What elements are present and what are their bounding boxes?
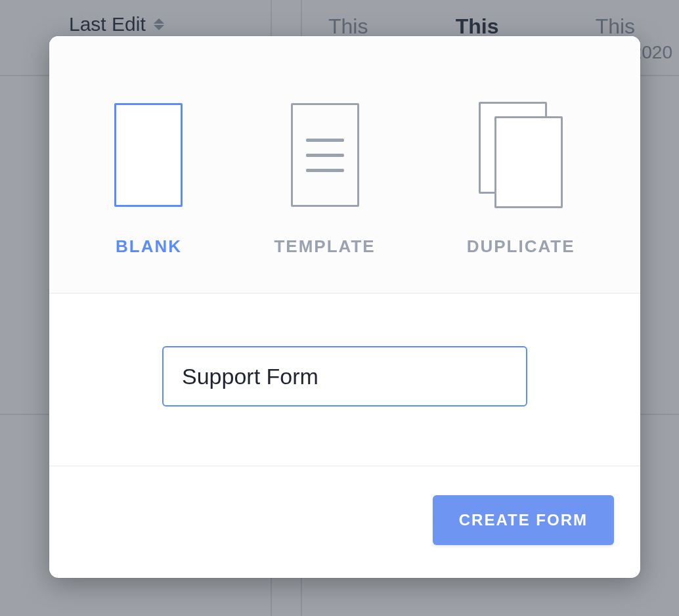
- option-duplicate-label: DUPLICATE: [467, 236, 575, 257]
- blank-icon: [114, 103, 183, 207]
- form-name-input[interactable]: [162, 346, 527, 407]
- option-template[interactable]: TEMPLATE: [274, 103, 375, 257]
- create-form-modal: BLANK TEMPLATE DUPLICATE CREATE FORM: [49, 36, 640, 578]
- option-blank-label: BLANK: [116, 236, 182, 257]
- modal-footer: CREATE FORM: [49, 466, 640, 578]
- duplicate-icon: [479, 102, 563, 207]
- template-icon: [291, 103, 359, 207]
- option-blank[interactable]: BLANK: [114, 103, 183, 257]
- form-name-section: [49, 294, 640, 466]
- option-duplicate[interactable]: DUPLICATE: [467, 102, 575, 257]
- option-template-label: TEMPLATE: [274, 236, 375, 257]
- form-type-options: BLANK TEMPLATE DUPLICATE: [49, 36, 640, 294]
- create-form-button[interactable]: CREATE FORM: [433, 495, 614, 545]
